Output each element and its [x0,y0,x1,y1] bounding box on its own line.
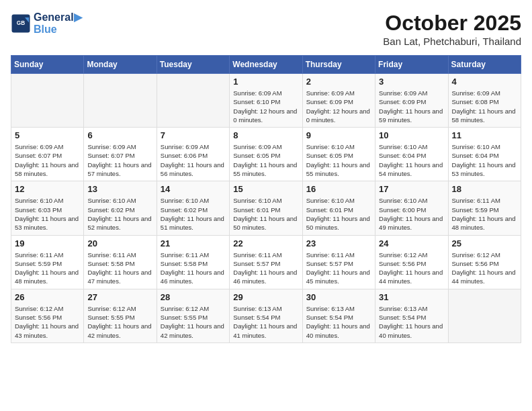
calendar-cell [157,74,229,128]
calendar-cell: 20Sunrise: 6:11 AMSunset: 5:58 PMDayligh… [84,235,157,289]
calendar-cell: 21Sunrise: 6:11 AMSunset: 5:58 PMDayligh… [157,235,229,289]
day-number: 8 [233,130,298,140]
calendar-cell: 6Sunrise: 6:09 AMSunset: 6:07 PMDaylight… [84,128,157,181]
day-info: Sunrise: 6:12 AMSunset: 5:56 PMDaylight:… [379,250,444,286]
day-number: 3 [379,77,444,87]
calendar-cell: 25Sunrise: 6:12 AMSunset: 5:56 PMDayligh… [448,235,521,289]
day-number: 21 [161,238,226,248]
day-info: Sunrise: 6:11 AMSunset: 5:59 PMDaylight:… [15,250,80,286]
calendar-cell: 11Sunrise: 6:10 AMSunset: 6:04 PMDayligh… [448,128,521,181]
day-info: Sunrise: 6:09 AMSunset: 6:06 PMDaylight:… [161,142,226,178]
title-block: October 2025 Ban Lat, Phetchaburi, Thail… [383,11,521,47]
day-info: Sunrise: 6:12 AMSunset: 5:55 PMDaylight:… [161,304,226,340]
calendar-cell: 9Sunrise: 6:10 AMSunset: 6:05 PMDaylight… [302,128,375,181]
day-info: Sunrise: 6:12 AMSunset: 5:56 PMDaylight:… [15,304,80,340]
day-info: Sunrise: 6:11 AMSunset: 5:58 PMDaylight:… [87,250,152,286]
calendar-cell: 12Sunrise: 6:10 AMSunset: 6:03 PMDayligh… [11,181,84,235]
logo: GB General▶ Blue [11,11,82,36]
day-number: 31 [379,292,444,302]
day-info: Sunrise: 6:10 AMSunset: 6:01 PMDaylight:… [233,196,298,232]
weekday-header-row: SundayMondayTuesdayWednesdayThursdayFrid… [11,56,521,74]
day-number: 28 [161,292,226,302]
page-header: GB General▶ Blue October 2025 Ban Lat, P… [11,11,521,47]
day-number: 27 [87,292,152,302]
day-info: Sunrise: 6:11 AMSunset: 5:57 PMDaylight:… [233,250,298,286]
calendar-cell: 1Sunrise: 6:09 AMSunset: 6:10 PMDaylight… [230,74,302,128]
day-info: Sunrise: 6:09 AMSunset: 6:10 PMDaylight:… [233,89,298,124]
weekday-header-thursday: Thursday [302,56,375,74]
day-number: 11 [452,130,517,140]
weekday-header-tuesday: Tuesday [157,56,229,74]
calendar-cell: 17Sunrise: 6:10 AMSunset: 6:00 PMDayligh… [375,181,448,235]
day-number: 14 [161,184,226,194]
day-info: Sunrise: 6:13 AMSunset: 5:54 PMDaylight:… [306,304,371,340]
day-number: 1 [233,77,298,87]
week-row-1: 1Sunrise: 6:09 AMSunset: 6:10 PMDaylight… [11,74,521,128]
calendar-cell: 13Sunrise: 6:10 AMSunset: 6:02 PMDayligh… [84,181,157,235]
day-number: 9 [306,130,371,140]
calendar-cell: 3Sunrise: 6:09 AMSunset: 6:09 PMDaylight… [375,74,448,128]
logo-text-general: General▶ [34,11,82,24]
day-info: Sunrise: 6:09 AMSunset: 6:08 PMDaylight:… [452,89,517,124]
day-number: 7 [161,130,226,140]
weekday-header-friday: Friday [375,56,448,74]
day-number: 22 [233,238,298,248]
day-info: Sunrise: 6:10 AMSunset: 6:00 PMDaylight:… [379,196,444,232]
calendar-cell: 29Sunrise: 6:13 AMSunset: 5:54 PMDayligh… [230,289,302,342]
calendar-cell: 24Sunrise: 6:12 AMSunset: 5:56 PMDayligh… [375,235,448,289]
week-row-2: 5Sunrise: 6:09 AMSunset: 6:07 PMDaylight… [11,128,521,181]
calendar-cell: 23Sunrise: 6:11 AMSunset: 5:57 PMDayligh… [302,235,375,289]
day-info: Sunrise: 6:09 AMSunset: 6:09 PMDaylight:… [379,89,444,124]
day-number: 19 [15,238,80,248]
day-info: Sunrise: 6:10 AMSunset: 6:05 PMDaylight:… [306,142,371,178]
calendar-cell: 15Sunrise: 6:10 AMSunset: 6:01 PMDayligh… [230,181,302,235]
svg-text:GB: GB [17,19,25,26]
day-info: Sunrise: 6:11 AMSunset: 5:57 PMDaylight:… [306,250,371,286]
weekday-header-sunday: Sunday [11,56,84,74]
calendar-cell: 4Sunrise: 6:09 AMSunset: 6:08 PMDaylight… [448,74,521,128]
day-number: 6 [87,130,152,140]
day-number: 10 [379,130,444,140]
day-number: 23 [306,238,371,248]
day-info: Sunrise: 6:09 AMSunset: 6:07 PMDaylight:… [87,142,152,178]
day-number: 2 [306,77,371,87]
calendar-cell: 5Sunrise: 6:09 AMSunset: 6:07 PMDaylight… [11,128,84,181]
week-row-3: 12Sunrise: 6:10 AMSunset: 6:03 PMDayligh… [11,181,521,235]
day-info: Sunrise: 6:10 AMSunset: 6:01 PMDaylight:… [306,196,371,232]
day-info: Sunrise: 6:12 AMSunset: 5:56 PMDaylight:… [452,250,517,286]
calendar-cell [84,74,157,128]
day-number: 18 [452,184,517,194]
month-title: October 2025 [383,11,521,36]
day-info: Sunrise: 6:11 AMSunset: 5:59 PMDaylight:… [452,196,517,232]
calendar-cell: 18Sunrise: 6:11 AMSunset: 5:59 PMDayligh… [448,181,521,235]
day-number: 29 [233,292,298,302]
location: Ban Lat, Phetchaburi, Thailand [383,36,521,47]
logo-text-blue: Blue [34,24,82,36]
day-number: 20 [87,238,152,248]
calendar-cell: 16Sunrise: 6:10 AMSunset: 6:01 PMDayligh… [302,181,375,235]
day-number: 16 [306,184,371,194]
day-info: Sunrise: 6:11 AMSunset: 5:58 PMDaylight:… [161,250,226,286]
calendar-cell: 14Sunrise: 6:10 AMSunset: 6:02 PMDayligh… [157,181,229,235]
calendar-cell: 30Sunrise: 6:13 AMSunset: 5:54 PMDayligh… [302,289,375,342]
day-number: 4 [452,77,517,87]
weekday-header-saturday: Saturday [448,56,521,74]
day-info: Sunrise: 6:10 AMSunset: 6:03 PMDaylight:… [15,196,80,232]
weekday-header-wednesday: Wednesday [230,56,302,74]
day-info: Sunrise: 6:12 AMSunset: 5:55 PMDaylight:… [87,304,152,340]
day-info: Sunrise: 6:09 AMSunset: 6:09 PMDaylight:… [306,89,371,124]
day-info: Sunrise: 6:13 AMSunset: 5:54 PMDaylight:… [233,304,298,340]
calendar-cell: 22Sunrise: 6:11 AMSunset: 5:57 PMDayligh… [230,235,302,289]
day-number: 12 [15,184,80,194]
day-number: 26 [15,292,80,302]
calendar-cell: 19Sunrise: 6:11 AMSunset: 5:59 PMDayligh… [11,235,84,289]
day-info: Sunrise: 6:10 AMSunset: 6:02 PMDaylight:… [161,196,226,232]
day-number: 15 [233,184,298,194]
week-row-5: 26Sunrise: 6:12 AMSunset: 5:56 PMDayligh… [11,289,521,342]
calendar-cell: 28Sunrise: 6:12 AMSunset: 5:55 PMDayligh… [157,289,229,342]
calendar-cell: 31Sunrise: 6:13 AMSunset: 5:54 PMDayligh… [375,289,448,342]
calendar-table: SundayMondayTuesdayWednesdayThursdayFrid… [11,55,521,343]
calendar-cell [448,289,521,342]
day-info: Sunrise: 6:13 AMSunset: 5:54 PMDaylight:… [379,304,444,340]
calendar-cell: 2Sunrise: 6:09 AMSunset: 6:09 PMDaylight… [302,74,375,128]
